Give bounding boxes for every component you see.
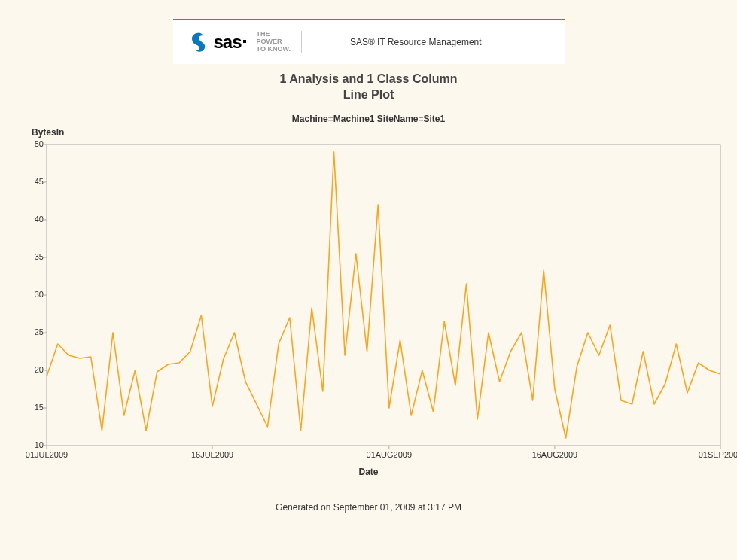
series-line	[47, 152, 720, 438]
x-axis-label: Date	[9, 467, 728, 477]
chart-area: BytesIn 10152025303540455001JUL200916JUL…	[9, 141, 728, 479]
chart-title-line2: Line Plot	[0, 87, 737, 103]
sas-tagline: THE POWER TO KNOW.	[257, 31, 291, 53]
title-block: 1 Analysis and 1 Class Column Line Plot …	[0, 72, 737, 124]
line-plot-svg	[9, 141, 728, 464]
chart-subinfo: Machine=Machine1 SiteName=Site1	[0, 114, 737, 124]
chart-title-line1: 1 Analysis and 1 Class Column	[0, 72, 737, 87]
app-title: SAS® IT Resource Management	[350, 37, 482, 47]
y-axis-label: BytesIn	[32, 127, 64, 138]
header-banner: sas THE POWER TO KNOW. SAS® IT Resource …	[173, 19, 565, 64]
sas-wordmark: sas	[214, 32, 242, 53]
sas-logo-block: sas THE POWER TO KNOW.	[188, 31, 302, 53]
svg-rect-0	[47, 145, 720, 446]
footer-text: Generated on September 01, 2009 at 3:17 …	[0, 502, 737, 513]
sas-s-icon	[188, 31, 211, 53]
